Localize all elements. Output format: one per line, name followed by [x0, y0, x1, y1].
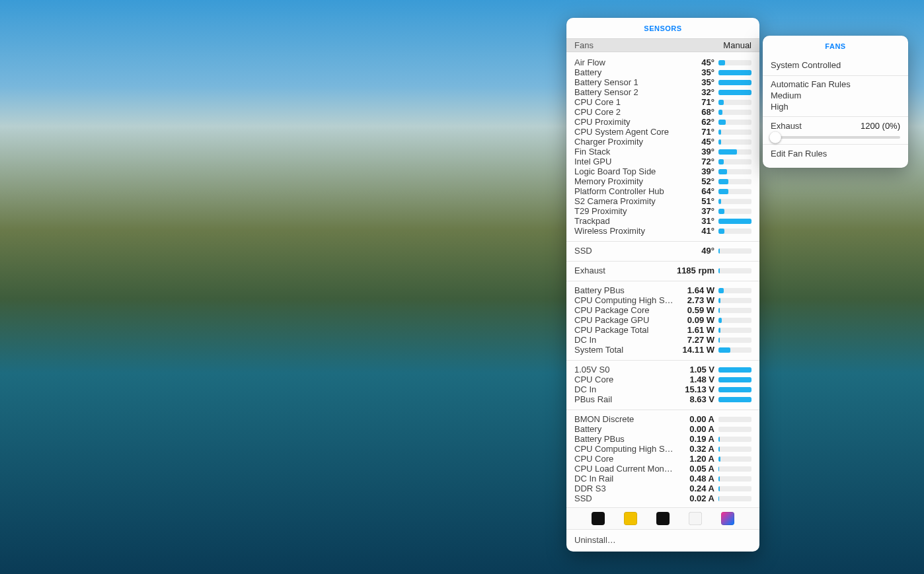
sensor-label: Intel GPU	[574, 157, 674, 166]
sensor-bar	[718, 199, 751, 204]
sensor-label: Logic Board Top Side	[574, 166, 674, 176]
sensor-row[interactable]: Battery Sensor 135°	[566, 77, 759, 87]
sensor-bar	[718, 486, 751, 491]
sensor-label: CPU Proximity	[574, 117, 674, 127]
uninstall-button[interactable]: Uninstall…	[566, 529, 759, 552]
apple-diagnostics-icon[interactable]	[721, 512, 734, 525]
sensor-label: Platform Controller Hub	[574, 186, 674, 196]
sensor-bar	[718, 209, 751, 214]
sensor-row[interactable]: Logic Board Top Side39°	[566, 166, 759, 176]
sensor-bar	[718, 248, 751, 254]
sensor-bar	[718, 476, 751, 482]
sensors-list[interactable]: Air Flow45°Battery35°Battery Sensor 135°…	[566, 52, 759, 507]
sensor-row[interactable]: BMON Discrete0.00 A	[566, 414, 759, 424]
system-info-icon[interactable]	[689, 512, 702, 525]
sensor-row[interactable]: CPU Package Core0.59 W	[566, 305, 759, 315]
sensor-bar	[718, 110, 751, 115]
edit-fan-rules[interactable]: Edit Fan Rules	[763, 145, 908, 161]
fans-system-controlled[interactable]: System Controlled	[763, 56, 908, 76]
sensor-value: 2.73 W	[674, 295, 718, 305]
sensor-value: 62°	[674, 117, 718, 127]
sensor-row[interactable]: Battery PBus1.64 W	[566, 285, 759, 295]
sensor-bar	[718, 397, 751, 402]
sensor-group: BMON Discrete0.00 ABattery0.00 ABattery …	[566, 413, 759, 506]
sensor-row[interactable]: Wireless Proximity41°	[566, 226, 759, 236]
sensor-value: 0.24 A	[674, 484, 718, 493]
sensor-row[interactable]: DC In Rail0.48 A	[566, 474, 759, 484]
sensor-value: 45°	[674, 137, 718, 147]
fan-slider[interactable]	[771, 131, 900, 139]
sensor-bar	[718, 347, 751, 353]
sensor-row[interactable]: CPU Core1.48 V	[566, 375, 759, 384]
sensor-row[interactable]: Battery PBus0.19 A	[566, 434, 759, 444]
sensor-label: Battery	[574, 67, 674, 77]
sensor-value: 39°	[674, 147, 718, 157]
sensor-row[interactable]: CPU Core 171°	[566, 97, 759, 107]
fans-rules-section[interactable]: Automatic Fan Rules Medium High	[763, 76, 908, 117]
sensor-row[interactable]: CPU Computing High Side2.73 W	[566, 295, 759, 305]
sensor-value: 0.02 A	[674, 493, 718, 503]
sensor-row[interactable]: DC In7.27 W	[566, 335, 759, 345]
sensor-row[interactable]: CPU Core1.20 A	[566, 454, 759, 464]
sensor-bar	[718, 318, 751, 323]
sensor-row[interactable]: CPU System Agent Core71°	[566, 127, 759, 137]
sensors-header-row[interactable]: Fans Manual	[566, 38, 759, 52]
sensor-row[interactable]: Platform Controller Hub64°	[566, 186, 759, 196]
sensor-label: 1.05V S0	[574, 365, 674, 375]
sensor-label: S2 Camera Proximity	[574, 196, 674, 206]
sensor-row[interactable]: SSD49°	[566, 246, 759, 256]
sensor-row[interactable]: DC In15.13 V	[566, 384, 759, 394]
sensor-value: 0.00 A	[674, 414, 718, 424]
sensor-row[interactable]: CPU Load Current Monitor0.05 A	[566, 464, 759, 474]
sensor-bar	[718, 268, 751, 273]
sensor-row[interactable]: Intel GPU72°	[566, 157, 759, 166]
sensor-value: 0.48 A	[674, 474, 718, 484]
sensor-row[interactable]: 1.05V S01.05 V	[566, 365, 759, 375]
sensor-row[interactable]: CPU Computing High Side0.32 A	[566, 444, 759, 454]
sensor-bar	[718, 90, 751, 95]
sensor-row[interactable]: SSD0.02 A	[566, 493, 759, 503]
sensor-value: 0.09 W	[674, 315, 718, 325]
sensor-row[interactable]: S2 Camera Proximity51°	[566, 196, 759, 206]
sensor-row[interactable]: Trackpad31°	[566, 216, 759, 226]
sensor-bar	[718, 70, 751, 75]
sensor-row[interactable]: Battery35°	[566, 67, 759, 77]
sensor-row[interactable]: CPU Package Total1.61 W	[566, 325, 759, 335]
fan-slider-knob[interactable]	[769, 131, 781, 143]
sensor-row[interactable]: PBus Rail8.63 V	[566, 394, 759, 404]
sensor-label: CPU Core 1	[574, 97, 674, 107]
sensor-value: 41°	[674, 226, 718, 236]
sensor-label: SSD	[574, 493, 674, 503]
console-icon[interactable]	[624, 512, 637, 525]
sensor-row[interactable]: T29 Proximity37°	[566, 206, 759, 216]
fans-panel: FANS System Controlled Automatic Fan Rul…	[763, 36, 908, 168]
sensor-row[interactable]: CPU Package GPU0.09 W	[566, 315, 759, 325]
sensor-bar	[718, 328, 751, 333]
sensor-row[interactable]: CPU Proximity62°	[566, 117, 759, 127]
sensor-label: Battery PBus	[574, 285, 674, 295]
sensor-row[interactable]: Air Flow45°	[566, 57, 759, 67]
sensor-label: Battery Sensor 2	[574, 87, 674, 97]
terminal-icon[interactable]	[656, 512, 670, 525]
sensor-row[interactable]: DDR S30.24 A	[566, 484, 759, 493]
sensor-row[interactable]: Exhaust1185 rpm	[566, 266, 759, 275]
sensor-value: 7.27 W	[674, 335, 718, 345]
sensor-group: 1.05V S01.05 VCPU Core1.48 VDC In15.13 V…	[566, 363, 759, 407]
sensor-row[interactable]: System Total14.11 W	[566, 345, 759, 355]
sensor-label: System Total	[574, 345, 674, 355]
sensor-value: 1.20 A	[674, 454, 718, 464]
sensor-label: CPU Core 2	[574, 107, 674, 117]
sensor-label: Charger Proximity	[574, 137, 674, 147]
sensor-row[interactable]: Fin Stack39°	[566, 147, 759, 157]
sensor-row[interactable]: Memory Proximity52°	[566, 176, 759, 186]
sensor-row[interactable]: Battery0.00 A	[566, 424, 759, 434]
sensor-row[interactable]: Battery Sensor 232°	[566, 87, 759, 97]
sensor-value: 1.05 V	[674, 365, 718, 375]
sensor-bar	[718, 427, 751, 432]
sensor-label: CPU Package Total	[574, 325, 674, 335]
sensor-row[interactable]: Charger Proximity45°	[566, 137, 759, 147]
sensor-label: CPU Core	[574, 454, 674, 464]
sensor-row[interactable]: CPU Core 268°	[566, 107, 759, 117]
sensor-value: 35°	[674, 67, 718, 77]
activity-monitor-icon[interactable]	[592, 512, 605, 525]
